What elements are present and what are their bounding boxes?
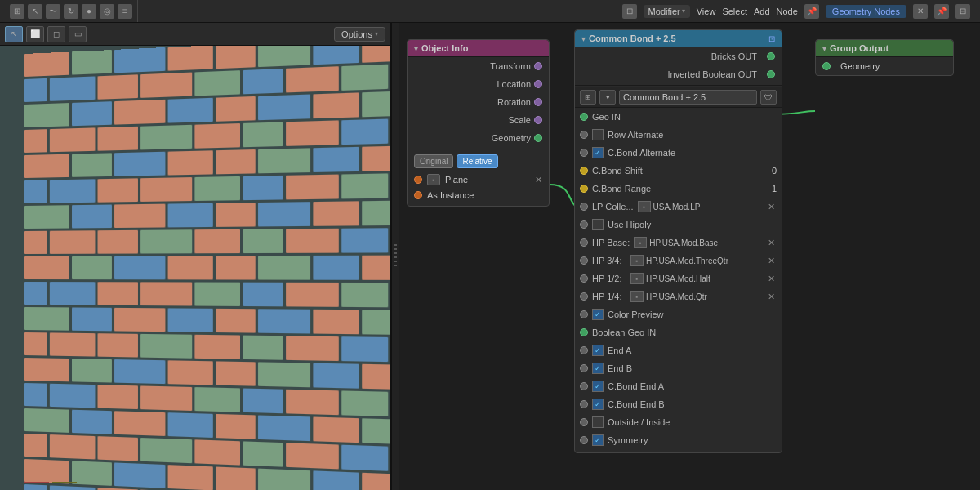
hp-14-label: HP 1/4: [592, 292, 626, 301]
cbond-alt-checkbox[interactable]: ✓ [592, 147, 604, 158]
object-info-title: Object Info [421, 43, 542, 53]
scale-socket[interactable] [534, 116, 542, 124]
outside-inside-checkbox[interactable] [592, 416, 604, 428]
geo-in-label: Geo IN [592, 112, 621, 122]
cbond-range-socket[interactable] [580, 185, 588, 193]
row-alt-socket[interactable] [580, 131, 588, 139]
symmetry-checkbox[interactable]: ✓ [592, 434, 604, 446]
color-preview-row: ✓ Color Preview [575, 305, 782, 323]
hp-base-remove-icon[interactable]: ✕ [766, 238, 777, 248]
color-preview-socket[interactable] [580, 310, 588, 318]
cbond-alt-socket[interactable] [580, 149, 588, 157]
common-bond-title: Common Bond + 2.5 [589, 33, 765, 43]
node-menu[interactable]: Node [777, 7, 798, 16]
hp-12-remove-icon[interactable]: ✕ [766, 274, 777, 284]
geo-in-socket[interactable] [580, 113, 588, 121]
add-menu[interactable]: Add [754, 7, 770, 16]
globe-icon[interactable]: ◎ [100, 4, 114, 19]
outside-inside-socket[interactable] [580, 418, 588, 426]
editor-type-icon[interactable]: ⊞ [10, 4, 24, 19]
instance-socket[interactable] [414, 191, 422, 199]
hp-12-socket[interactable] [580, 274, 588, 283]
rotate-icon[interactable]: ↻ [64, 4, 78, 19]
hp-34-remove-icon[interactable]: ✕ [766, 256, 777, 266]
end-a-label: End A [608, 345, 631, 355]
use-hipoly-socket[interactable] [580, 220, 588, 229]
end-a-socket[interactable] [580, 346, 588, 354]
sphere-icon[interactable]: ● [82, 4, 96, 19]
hp-14-collection: ▪ HP.USA.Mod.Qtr ✕ [630, 291, 777, 302]
cbond-end-b-checkbox[interactable]: ✓ [592, 399, 604, 410]
select-tool-btn[interactable]: ↖ [5, 26, 23, 42]
plane-socket[interactable] [414, 176, 422, 184]
rotation-label: Rotation [414, 97, 531, 107]
node-type-icon[interactable]: ⊡ [622, 4, 637, 19]
cb-dropdown-icon[interactable]: ▾ [599, 90, 616, 105]
paint-btn[interactable]: ▭ [69, 26, 87, 42]
cbond-end-a-socket[interactable] [580, 382, 588, 390]
scale-row: Scale [408, 111, 549, 129]
use-hipoly-checkbox[interactable] [592, 219, 604, 230]
cbond-shift-socket[interactable] [580, 167, 588, 175]
bricks-out-socket[interactable] [767, 52, 775, 60]
hp-base-coll-label: HP.USA.Mod.Base [649, 238, 764, 247]
view-menu[interactable]: View [697, 7, 716, 16]
pin-icon[interactable]: 📌 [804, 4, 819, 19]
geo-in-row: Geo IN [575, 108, 782, 126]
wave-icon[interactable]: 〜 [46, 4, 60, 19]
lp-remove-icon[interactable]: ✕ [766, 202, 777, 212]
end-b-checkbox[interactable]: ✓ [592, 363, 604, 374]
resize-handle[interactable] [392, 23, 399, 490]
select-menu[interactable]: Select [722, 7, 747, 16]
geometry-socket[interactable] [534, 134, 542, 142]
export-icon[interactable]: ⊡ [768, 34, 775, 43]
hp-14-socket[interactable] [580, 292, 588, 301]
cbond-end-a-checkbox[interactable]: ✓ [592, 381, 604, 392]
node-canvas[interactable]: ▾ Object Info Transform Location Rotatio… [399, 23, 980, 490]
cursor-icon[interactable]: ↖ [28, 4, 42, 19]
cb-shield-icon[interactable]: 🛡 [760, 90, 777, 105]
cb-grid-icon[interactable]: ⊞ [580, 90, 596, 105]
object-info-header[interactable]: ▾ Object Info [408, 40, 549, 57]
cbond-end-b-socket[interactable] [580, 400, 588, 408]
original-button[interactable]: Original [414, 154, 453, 168]
close-icon[interactable]: ✕ [913, 4, 928, 19]
pin2-icon[interactable]: 📌 [934, 4, 949, 19]
group-output-collapse-icon[interactable]: ▾ [822, 44, 826, 53]
end-a-row: ✓ End A [575, 341, 782, 359]
color-preview-checkbox[interactable]: ✓ [592, 309, 604, 320]
object-info-collapse-icon[interactable]: ▾ [414, 44, 418, 53]
common-bond-collapse-icon[interactable]: ▾ [581, 34, 586, 43]
row-alt-checkbox[interactable] [592, 129, 604, 140]
location-socket[interactable] [534, 80, 542, 88]
hp-base-row: HP Base: ▪ HP.USA.Mod.Base ✕ [575, 234, 782, 252]
lasso-btn[interactable]: ◻ [47, 26, 65, 42]
viewport-canvas[interactable] [0, 46, 390, 490]
outside-inside-row: Outside / Inside [575, 413, 782, 431]
common-bond-header[interactable]: ▾ Common Bond + 2.5 ⊡ [575, 30, 782, 47]
boolean-geo-socket[interactable] [580, 328, 588, 336]
end-b-socket[interactable] [580, 364, 588, 372]
hp-14-remove-icon[interactable]: ✕ [766, 292, 777, 302]
output-geometry-socket[interactable] [822, 62, 831, 70]
geometry-nodes-tab[interactable]: Geometry Nodes [826, 5, 906, 18]
bricks-out-label: Bricks OUT [581, 51, 757, 61]
hp-34-socket[interactable] [580, 256, 588, 265]
end-a-checkbox[interactable]: ✓ [592, 345, 604, 356]
inverted-boolean-socket[interactable] [767, 70, 775, 78]
modifier-dropdown[interactable]: Modifier ▾ [644, 5, 690, 18]
more-icon[interactable]: ≡ [118, 4, 132, 19]
relative-button[interactable]: Relative [457, 154, 497, 168]
lp-socket[interactable] [580, 203, 588, 211]
cb-name-input[interactable] [619, 90, 757, 105]
plane-close-icon[interactable]: ✕ [535, 175, 542, 185]
rotation-socket[interactable] [534, 98, 542, 106]
cb-inner-toolbar: ⊞ ▾ 🛡 [575, 87, 782, 108]
box-select-btn[interactable]: ⬜ [26, 26, 44, 42]
group-output-header[interactable]: ▾ Group Output [816, 40, 953, 57]
hp-base-socket[interactable] [580, 238, 588, 247]
options-button[interactable]: Options ▾ [334, 27, 385, 42]
transform-socket[interactable] [534, 62, 542, 70]
symmetry-socket[interactable] [580, 436, 588, 444]
layout-icon[interactable]: ⊟ [956, 4, 970, 19]
